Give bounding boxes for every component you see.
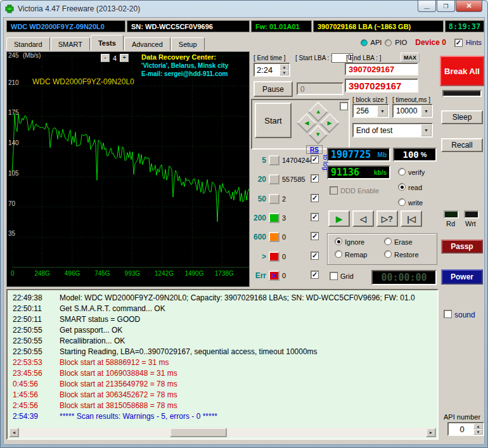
seek-back-button[interactable]: |◁ <box>401 210 422 227</box>
x-tick-label: 0 <box>11 270 15 277</box>
rs-box: RS <box>306 145 323 154</box>
block-size-dropdown[interactable]: 256 <box>352 104 389 118</box>
api-number-spinner[interactable]: 0 <box>447 422 484 436</box>
scroll-left-button[interactable] <box>9 428 19 437</box>
arrow-left-icon <box>305 120 309 126</box>
minimize-button[interactable] <box>418 1 436 12</box>
tab-advanced[interactable]: Advanced <box>124 37 170 51</box>
log-line: 23:45:56Block start at 1069038848 = 31 m… <box>8 368 437 378</box>
bucket-count: 0 <box>282 272 286 279</box>
break-all-button[interactable]: Break All <box>440 56 484 86</box>
tab-tests[interactable]: Tests <box>91 35 124 51</box>
dropdown-arrow-icon[interactable] <box>421 124 432 136</box>
elapsed-timer-display: 00:00:00 <box>371 270 437 285</box>
tab-setup[interactable]: Setup <box>171 37 205 51</box>
write-radio[interactable] <box>398 198 406 206</box>
bucket-count: 557585 <box>282 176 305 183</box>
log-line: 2:54:39***** Scan results: Warnings - 5,… <box>8 411 437 421</box>
end-of-test-dropdown[interactable]: End of test <box>352 123 433 138</box>
device-cluster: API PIO Device 0 Hints <box>361 38 482 47</box>
bucket-swatch-error <box>269 271 279 281</box>
recall-button[interactable]: Recall <box>441 138 483 152</box>
power-button[interactable]: Power <box>441 269 483 285</box>
log-line: 22:49:38Model: WDC WD2000F9YZ-09N20L0; C… <box>8 292 437 303</box>
log-err-checkbox[interactable] <box>311 271 319 279</box>
scroll-track[interactable] <box>19 428 426 437</box>
api-number-down-button[interactable] <box>473 429 483 435</box>
restore-radio[interactable] <box>384 250 392 258</box>
rs-link[interactable]: RS <box>310 146 319 153</box>
max-lba-button[interactable]: MAX <box>401 53 420 62</box>
grid-checkbox[interactable] <box>330 272 338 280</box>
dropdown-arrow-icon[interactable] <box>377 105 388 117</box>
sleep-button[interactable]: Sleep <box>441 110 483 124</box>
speed-display: 91136 kb/s <box>327 165 390 179</box>
arrow-up-icon <box>316 108 321 115</box>
end-time-up-button[interactable] <box>279 64 289 70</box>
log-600ms-checkbox[interactable] <box>311 232 319 240</box>
wrt-label: Wrt <box>465 220 476 227</box>
hints-checkbox[interactable] <box>454 39 463 47</box>
drive-model: WDC WD2000F9YZ-09N20L0 <box>6 20 125 32</box>
end-time-down-button[interactable] <box>279 70 289 75</box>
remaining-value: 1907725 <box>331 149 371 160</box>
bucket-row-50ms: 50 2 <box>251 193 331 205</box>
pause-button[interactable]: Pause <box>254 81 293 97</box>
timeout-value: 10000 <box>394 106 421 115</box>
api-number-up-button[interactable] <box>473 423 483 429</box>
start-button[interactable]: Start <box>255 103 292 138</box>
remap-radio[interactable] <box>335 250 342 258</box>
read-radio[interactable] <box>398 183 406 191</box>
zoom-value: 4 <box>111 54 119 62</box>
scroll-right-button[interactable] <box>426 428 436 437</box>
pio-radio[interactable] <box>385 39 392 46</box>
dropdown-arrow-icon[interactable] <box>421 105 432 117</box>
x-tick-label: 1738G <box>215 270 234 277</box>
end-time-spinner[interactable]: 2:24 <box>254 63 290 77</box>
seek-forward-button[interactable]: ▷? <box>376 210 398 227</box>
log-over-checkbox[interactable] <box>311 252 319 260</box>
timeout-dropdown[interactable]: 10000 <box>392 104 433 118</box>
zoom-out-button[interactable]: - <box>101 54 110 62</box>
bucket-swatch-green <box>269 213 279 223</box>
seek-option-checkbox[interactable] <box>340 102 348 110</box>
log-line: 22:50:11SMART status = GOOD <box>8 314 437 324</box>
log-20ms-checkbox[interactable] <box>311 174 319 182</box>
log-50ms-checkbox[interactable] <box>311 194 319 202</box>
bucket-row-5ms: 5 14704244 <box>251 154 331 167</box>
log-5ms-checkbox[interactable] <box>311 155 319 163</box>
sound-checkbox[interactable] <box>444 310 452 318</box>
tab-smart[interactable]: SMART <box>51 37 90 51</box>
log-line: 1:45:56Block start at 3063452672 = 78 ms <box>8 389 437 400</box>
scroll-thumb[interactable] <box>170 428 227 437</box>
bucket-label: Err <box>251 271 266 280</box>
reverse-button[interactable]: ◁ <box>352 210 374 227</box>
promo-line2: 'Victoria', Belarus, Minsk city <box>141 61 250 70</box>
read-label: read <box>408 184 422 191</box>
ignore-radio[interactable] <box>335 238 342 245</box>
maximize-button[interactable] <box>437 1 455 12</box>
end-lba-field[interactable]: 3907029167 <box>345 63 418 75</box>
write-led <box>464 210 479 219</box>
ddd-enable-checkbox[interactable] <box>330 186 338 195</box>
erase-radio[interactable] <box>384 238 392 245</box>
defect-action-panel <box>327 233 437 265</box>
window-title: Victoria 4.47 Freeware (2013-02-20) <box>18 4 140 13</box>
verify-radio[interactable] <box>398 168 406 176</box>
play-button[interactable]: ▶ <box>328 210 350 227</box>
bucket-count: 0 <box>282 253 286 260</box>
bucket-label: 600 <box>251 233 266 241</box>
log-line: 0:45:56Block start at 2135649792 = 78 ms <box>8 378 437 389</box>
log-200ms-checkbox[interactable] <box>311 213 319 221</box>
graph-zoom-control: - 4 + <box>101 54 129 62</box>
close-button[interactable] <box>456 1 482 12</box>
api-radio[interactable] <box>361 39 368 46</box>
bucket-count: 3 <box>282 214 286 222</box>
log-viewport[interactable]: 22:49:38Model: WDC WD2000F9YZ-09N20L0; C… <box>6 289 439 440</box>
zoom-in-button[interactable]: + <box>120 54 129 62</box>
passport-button[interactable]: Passp <box>441 240 483 253</box>
current-lba-display: 3907029167 <box>345 79 418 93</box>
y-tick-label: 105 <box>8 170 19 177</box>
tab-standard[interactable]: Standard <box>6 37 50 51</box>
h-scrollbar[interactable] <box>9 428 436 437</box>
